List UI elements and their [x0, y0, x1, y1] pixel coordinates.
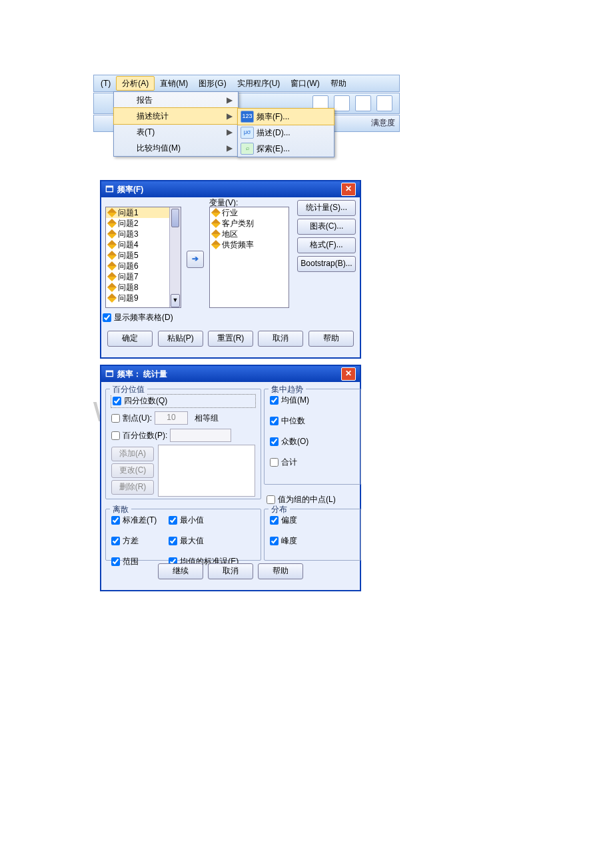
sum-checkbox[interactable]: 合计 — [270, 457, 355, 468]
explore-icon: ⌕ — [241, 143, 254, 155]
list-item[interactable]: 行业 — [210, 207, 289, 218]
pencil-icon — [107, 283, 117, 292]
titlebar: 🗔 频率(F) ✕ — [101, 181, 360, 197]
statistics-button[interactable]: 统计量(S)... — [297, 200, 356, 216]
checkbox-input[interactable] — [270, 537, 279, 545]
max-checkbox[interactable]: 最大值 — [169, 535, 239, 547]
submenu-frequencies[interactable]: 123频率(F)... — [237, 108, 334, 125]
checkbox-input[interactable] — [103, 313, 111, 322]
menu-item[interactable]: 直销(M) — [155, 76, 193, 91]
side-buttons: 统计量(S)... 图表(C)... 格式(F)... Bootstrap(B)… — [297, 200, 356, 275]
change-button[interactable]: 更改(C) — [111, 463, 154, 478]
median-checkbox[interactable]: 中位数 — [270, 415, 355, 427]
menu-bar: (T) 分析(A) 直销(M) 图形(G) 实用程序(U) 窗口(W) 帮助 — [93, 75, 400, 92]
toolbar-icon[interactable] — [334, 95, 350, 111]
group-legend: 离散 — [110, 504, 131, 515]
list-item[interactable]: 供货频率 — [210, 239, 289, 250]
percentiles-row: 百分位数(P): — [111, 429, 255, 442]
pencil-icon — [107, 208, 117, 217]
pencil-icon — [211, 219, 221, 228]
checkbox-input[interactable] — [267, 495, 275, 504]
checkbox-input[interactable] — [113, 397, 121, 405]
pencil-icon — [107, 240, 117, 249]
list-item[interactable]: 客户类别 — [210, 218, 289, 229]
checkbox-input[interactable] — [270, 437, 279, 446]
help-button[interactable]: 帮助 — [308, 331, 354, 347]
remove-button[interactable]: 删除(R) — [111, 480, 154, 495]
group-legend: 百分位值 — [110, 384, 147, 395]
freq-icon: 123 — [241, 111, 254, 123]
arrow-icon: ▶ — [227, 95, 233, 105]
scrollbar-thumb[interactable] — [171, 209, 179, 227]
dialog-title: 频率： 统计量 — [117, 369, 341, 380]
flyout-item-descriptives[interactable]: 描述统计▶ — [113, 107, 239, 125]
scrollbar[interactable]: ▼ — [169, 207, 181, 307]
percentile-group: 百分位值 四分位数(Q) 割点(U): 10 相等组 百分位数(P): 添加(A… — [105, 389, 261, 499]
std-checkbox[interactable]: 标准差(T) — [111, 515, 157, 526]
checkbox-input[interactable] — [111, 537, 120, 545]
reset-button[interactable]: 重置(R) — [208, 331, 253, 347]
mode-checkbox[interactable]: 众数(O) — [270, 436, 355, 447]
submenu-descriptives[interactable]: μσ描述(D)... — [238, 125, 334, 141]
paste-button[interactable]: 粘贴(P) — [158, 331, 203, 347]
format-button[interactable]: 格式(F)... — [297, 237, 356, 253]
menu-item-analysis[interactable]: 分析(A) — [116, 76, 155, 91]
continue-button[interactable]: 继续 — [158, 563, 203, 579]
checkbox-input[interactable] — [111, 516, 120, 525]
group-legend: 分布 — [269, 504, 290, 515]
toolbar-icon[interactable] — [355, 95, 371, 111]
menu-screenshot: (T) 分析(A) 直销(M) 图形(G) 实用程序(U) 窗口(W) 帮助 满… — [93, 75, 400, 132]
scrollbar-down[interactable]: ▼ — [171, 294, 180, 307]
central-tendency-group: 集中趋势 均值(M) 中位数 众数(O) 合计 — [264, 389, 361, 485]
min-checkbox[interactable]: 最小值 — [169, 515, 239, 526]
cutpoints-spinner[interactable]: 10 — [155, 411, 188, 425]
checkbox-input[interactable] — [270, 458, 279, 467]
checkbox-input[interactable] — [270, 417, 279, 425]
source-listbox[interactable]: 问题1 问题2 问题3 问题4 问题5 问题6 问题7 问题8 问题9 ▼ — [105, 207, 181, 308]
mean-checkbox[interactable]: 均值(M) — [270, 395, 355, 406]
cancel-button[interactable]: 取消 — [258, 331, 303, 347]
toolbar-icon[interactable] — [376, 95, 392, 111]
menu-item[interactable]: (T) — [95, 76, 116, 91]
add-button[interactable]: 添加(A) — [111, 447, 154, 461]
checkbox-input[interactable] — [169, 516, 177, 525]
list-item[interactable]: 地区 — [210, 229, 289, 239]
help-button[interactable]: 帮助 — [258, 563, 303, 579]
flyout-item[interactable]: 表(T)▶ — [114, 124, 238, 140]
checkbox-input[interactable] — [270, 516, 279, 525]
close-button[interactable]: ✕ — [341, 367, 356, 381]
percentile-list[interactable] — [158, 445, 255, 497]
dialog-title: 频率(F) — [117, 184, 341, 195]
pencil-icon — [211, 240, 221, 249]
submenu-explore[interactable]: ⌕探索(E)... — [238, 141, 334, 157]
pencil-icon — [107, 219, 117, 228]
charts-button[interactable]: 图表(C)... — [297, 219, 356, 235]
menu-item[interactable]: 窗口(W) — [285, 76, 324, 91]
flyout-item[interactable]: 比较均值(M)▶ — [114, 140, 238, 156]
move-right-button[interactable]: ➔ — [187, 251, 204, 268]
group-legend: 集中趋势 — [269, 384, 306, 395]
cancel-button[interactable]: 取消 — [208, 563, 253, 579]
desc-icon: μσ — [241, 127, 254, 139]
cutpoints-checkbox[interactable] — [111, 414, 120, 423]
quartiles-checkbox[interactable]: 四分位数(Q) — [111, 395, 255, 407]
percentile-input[interactable] — [170, 429, 231, 442]
skewness-checkbox[interactable]: 偏度 — [270, 515, 355, 526]
dispersion-group: 离散 标准差(T) 方差 范围 最小值 最大值 均值的标准误(E) — [105, 509, 261, 561]
target-listbox[interactable]: 行业 客户类别 地区 供货频率 — [209, 207, 289, 308]
close-button[interactable]: ✕ — [341, 183, 356, 196]
ok-button[interactable]: 确定 — [107, 331, 153, 347]
menu-item[interactable]: 帮助 — [325, 76, 352, 91]
pencil-icon — [107, 272, 117, 281]
bootstrap-button[interactable]: Bootstrap(B)... — [297, 256, 356, 272]
display-table-checkbox[interactable]: 显示频率表格(D) — [103, 312, 173, 323]
variance-checkbox[interactable]: 方差 — [111, 535, 157, 547]
checkbox-input[interactable] — [169, 537, 177, 545]
percentiles-checkbox[interactable] — [111, 431, 120, 440]
menu-item[interactable]: 实用程序(U) — [232, 76, 286, 91]
descriptives-submenu: 123频率(F)... μσ描述(D)... ⌕探索(E)... — [237, 108, 334, 157]
flyout-item[interactable]: 报告▶ — [114, 92, 238, 108]
kurtosis-checkbox[interactable]: 峰度 — [270, 535, 355, 547]
checkbox-input[interactable] — [270, 396, 279, 405]
menu-item[interactable]: 图形(G) — [193, 76, 231, 91]
